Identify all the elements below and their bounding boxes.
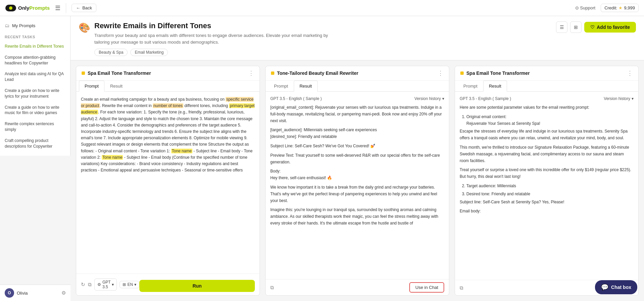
gpt-chevron-icon: ▾ <box>112 282 114 287</box>
hamburger-icon[interactable]: ☰ <box>55 4 60 12</box>
page-title: Rewrite Emails in Different Tones <box>94 21 329 30</box>
user-name: Olivia <box>17 291 28 296</box>
sidebar-item-4[interactable]: Create a guide on how to write music for… <box>0 102 70 119</box>
nav-divider <box>66 3 66 13</box>
tag-beauty-spa[interactable]: Beauty & Spa <box>94 49 128 56</box>
page-title-block: Rewrite Emails in Different Tones Transf… <box>94 21 329 56</box>
panel-1-tab-result[interactable]: Result <box>104 81 128 92</box>
panel-3-version-history[interactable]: Version history ▾ <box>604 96 634 101</box>
panel-3-title: Spa Email Tone Transformer <box>466 70 530 76</box>
panel-1-footer-left: ↻ ⧉ ⚙ GPT 3.5 ▾ ⊞ EN ▾ <box>81 279 139 291</box>
panel-2-result-header: GPT 3.5 - English ( Sample ) Version his… <box>270 96 444 101</box>
panel-1-indicator <box>82 71 85 75</box>
chat-bubble-icon: 💬 <box>601 284 608 291</box>
copy-icon[interactable]: ⧉ <box>88 282 92 288</box>
content-area: 🎨 Rewrite Emails in Different Tones Tran… <box>71 16 644 301</box>
panel-2-gpt-model: GPT 3.5 - English ( Sample ) <box>270 96 322 101</box>
panel-2-tab-prompt[interactable]: Prompt <box>268 81 294 92</box>
panel-2-result-text: [original_email_content]: Rejuvenate you… <box>270 104 444 227</box>
chevron-down-icon-3: ▾ <box>632 96 634 101</box>
panel-1-footer: ↻ ⧉ ⚙ GPT 3.5 ▾ ⊞ EN ▾ Run <box>76 273 260 295</box>
view-list-button[interactable]: ☰ <box>556 21 567 33</box>
sidebar-my-prompts[interactable]: 🗂 My Prompts <box>0 20 70 31</box>
back-label: Back <box>82 5 92 10</box>
page-description: Transform your beauty and spa emails wit… <box>94 32 329 45</box>
tag-email-marketing[interactable]: Email Marketing <box>130 49 168 56</box>
panel-2-version-history[interactable]: Version history ▾ <box>414 96 444 101</box>
panel-1-prompt-text: Create an email marketing campaign for a… <box>81 96 255 173</box>
folder-icon: 🗂 <box>5 23 9 28</box>
sidebar-item-0[interactable]: Rewrite Emails in Different Tones <box>0 41 70 52</box>
lang-selector[interactable]: ⊞ EN ▾ <box>120 281 139 288</box>
heart-icon: ♡ <box>590 24 595 30</box>
panel-1-header: Spa Email Tone Transformer ⋮ <box>76 66 260 81</box>
logo[interactable]: OnlyPrompts <box>5 5 50 11</box>
panel-2-header: Tone-Tailored Beauty Email Rewriter ⋮ <box>266 66 449 81</box>
chat-box-floating[interactable]: 💬 Chat box <box>595 280 637 294</box>
panel-1-title: Spa Email Tone Transformer <box>88 70 151 76</box>
sidebar-user: O Olivia ⚙ <box>0 285 71 301</box>
sidebar-item-2[interactable]: Analyze test data using AI for QA Lead <box>0 68 70 85</box>
view-grid-button[interactable]: ⊞ <box>570 21 582 33</box>
gpt-selector[interactable]: ⚙ GPT 3.5 ▾ <box>94 279 117 291</box>
top-nav: OnlyPrompts ☰ ← Back ⊙ Support Credit: ★… <box>0 0 644 16</box>
panel-2-title-row: Tone-Tailored Beauty Email Rewriter <box>271 70 358 76</box>
lang-label: EN <box>127 282 133 287</box>
panel-2-copy-icon[interactable]: ⧉ <box>270 285 274 291</box>
panel-1-tabs: Prompt Result <box>76 81 260 92</box>
logo-text: OnlyPrompts <box>18 5 50 11</box>
avatar: O <box>5 288 14 298</box>
panel-3-title-row: Spa Email Tone Transformer <box>460 70 530 76</box>
panel-1-tab-prompt[interactable]: Prompt <box>79 81 104 92</box>
panel-3-tab-prompt[interactable]: Prompt <box>458 81 483 92</box>
star-icon: ★ <box>618 5 623 10</box>
panel-2-menu-button[interactable]: ⋮ <box>438 70 444 76</box>
nav-right: ⊙ Support Credit: ★ 9,999 <box>575 4 639 12</box>
my-prompts-label: My Prompts <box>12 23 35 28</box>
sidebar-item-6[interactable]: Craft compelling product descriptions fo… <box>0 135 70 152</box>
panel-3-copy-icon[interactable]: ⧉ <box>460 285 463 291</box>
highlight-tone1: Tone name <box>171 149 192 153</box>
sidebar-wrapper: 🗂 My Prompts Recent Tasks Rewrite Emails… <box>0 16 71 301</box>
panel-3-tabs: Prompt Result <box>455 81 638 92</box>
panel-2: Tone-Tailored Beauty Email Rewriter ⋮ Pr… <box>265 66 449 296</box>
panel-3-gpt-model: GPT 3.5 - English ( Sample ) <box>460 96 511 101</box>
panel-3-tab-result[interactable]: Result <box>483 81 507 92</box>
sidebar-item-3[interactable]: Create a guide on how to write lyrics fo… <box>0 85 70 102</box>
sidebar: 🗂 My Prompts Recent Tasks Rewrite Emails… <box>0 16 71 156</box>
lang-chevron-icon: ▾ <box>134 282 136 287</box>
support-button[interactable]: ⊙ Support <box>575 5 596 10</box>
highlight-tones: number of tones <box>153 103 183 108</box>
settings-icon: ⚙ <box>97 282 101 287</box>
page-header-actions: ☰ ⊞ ♡ Add to favorite <box>556 21 636 33</box>
panel-2-tab-result[interactable]: Result <box>294 81 318 92</box>
sidebar-item-1[interactable]: Compose attention-grabbing headlines for… <box>0 52 70 69</box>
panels-container: Spa Email Tone Transformer ⋮ Prompt Resu… <box>71 60 644 301</box>
panel-2-body: GPT 3.5 - English ( Sample ) Version his… <box>266 92 449 279</box>
page-tags: Beauty & Spa Email Marketing <box>94 49 329 56</box>
panel-2-footer: ⧉ Use in Chat <box>266 279 449 295</box>
main-layout: 🗂 My Prompts Recent Tasks Rewrite Emails… <box>0 16 644 301</box>
credit-label: Credit: <box>604 5 617 10</box>
panel-3-menu-button[interactable]: ⋮ <box>627 70 633 76</box>
gear-icon[interactable]: ⚙ <box>61 290 66 296</box>
logo-text-green: Prompts <box>29 5 50 11</box>
nav-left: OnlyPrompts ☰ ← Back <box>5 3 96 13</box>
refresh-icon[interactable]: ↻ <box>81 282 85 288</box>
recent-tasks-title: Recent Tasks <box>0 31 70 41</box>
page-header: 🎨 Rewrite Emails in Different Tones Tran… <box>71 16 644 60</box>
panel-3-header: Spa Email Tone Transformer ⋮ <box>455 66 638 81</box>
support-label: Support <box>580 5 596 10</box>
sidebar-item-5[interactable]: Rewrite complex sentences simply <box>0 118 70 135</box>
panel-1-menu-button[interactable]: ⋮ <box>248 70 254 76</box>
back-button[interactable]: ← Back <box>72 4 96 12</box>
chevron-down-icon: ▾ <box>442 96 444 101</box>
panel-2-use-in-chat-button[interactable]: Use in Chat <box>409 282 444 293</box>
panel-3: Spa Email Tone Transformer ⋮ Prompt Resu… <box>455 66 639 296</box>
panel-3-result-header: GPT 3.5 - English ( Sample ) Version his… <box>460 96 634 101</box>
page-header-top: 🎨 Rewrite Emails in Different Tones Tran… <box>79 21 636 56</box>
support-circle-icon: ⊙ <box>575 5 579 10</box>
run-button[interactable]: Run <box>139 280 255 292</box>
add-to-favorite-button[interactable]: ♡ Add to favorite <box>584 22 636 33</box>
panel-1-body: Create an email marketing campaign for a… <box>76 92 260 273</box>
